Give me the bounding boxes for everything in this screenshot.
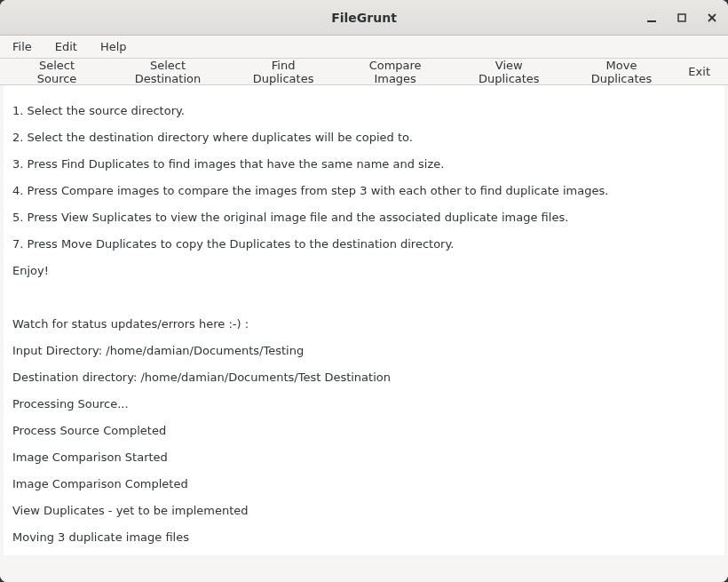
exit-button[interactable]: Exit <box>679 61 719 82</box>
maximize-icon <box>676 12 688 24</box>
maximize-button[interactable] <box>673 9 691 27</box>
log-line: Destination directory: /home/damian/Docu… <box>12 371 716 384</box>
window-controls <box>643 9 721 27</box>
titlebar: FileGrunt <box>0 0 728 36</box>
log-line: Processing Source... <box>12 397 716 411</box>
log-output[interactable]: 1. Select the source directory. 2. Selec… <box>0 85 728 555</box>
log-line: 7. Press Move Duplicates to copy the Dup… <box>12 237 716 251</box>
menu-help[interactable]: Help <box>97 38 131 55</box>
log-line: 5. Press View Suplicates to view the ori… <box>12 211 716 224</box>
view-duplicates-button[interactable]: View Duplicates <box>455 55 564 89</box>
select-destination-button[interactable]: Select Destination <box>107 55 229 89</box>
log-line: 4. Press Compare images to compare the i… <box>12 184 716 197</box>
menu-file[interactable]: File <box>9 38 36 55</box>
log-line: Input Directory: /home/damian/Documents/… <box>12 344 716 357</box>
find-duplicates-button[interactable]: Find Duplicates <box>231 55 336 89</box>
compare-images-button[interactable]: Compare Images <box>337 55 453 89</box>
log-line: 1. Select the source directory. <box>12 104 716 117</box>
minimize-button[interactable] <box>643 9 661 27</box>
svg-rect-0 <box>647 20 656 22</box>
log-line: View Duplicates - yet to be implemented <box>12 504 716 517</box>
log-line: Enjoy! <box>12 264 716 277</box>
select-source-button[interactable]: Select Source <box>9 55 105 89</box>
log-line: Watch for status updates/errors here :-)… <box>12 317 716 331</box>
window-title: FileGrunt <box>331 11 397 25</box>
log-line <box>12 291 716 304</box>
status-bar <box>0 555 728 582</box>
close-icon <box>706 12 718 24</box>
log-line: Image Comparison Completed <box>12 477 716 490</box>
log-line: Image Comparison Started <box>12 450 716 464</box>
application-window: FileGrunt File Edit Help <box>0 0 728 582</box>
log-line: 2. Select the destination directory wher… <box>12 131 716 144</box>
minimize-icon <box>645 12 658 24</box>
svg-rect-1 <box>678 14 685 21</box>
close-button[interactable] <box>703 9 721 27</box>
menu-edit[interactable]: Edit <box>51 38 81 55</box>
log-line: Process Source Completed <box>12 424 716 437</box>
toolbar: Select Source Select Destination Find Du… <box>0 59 728 85</box>
log-line: 3. Press Find Duplicates to find images … <box>12 157 716 171</box>
move-duplicates-button[interactable]: Move Duplicates <box>566 55 678 89</box>
log-line: Moving 3 duplicate image files <box>12 530 716 544</box>
